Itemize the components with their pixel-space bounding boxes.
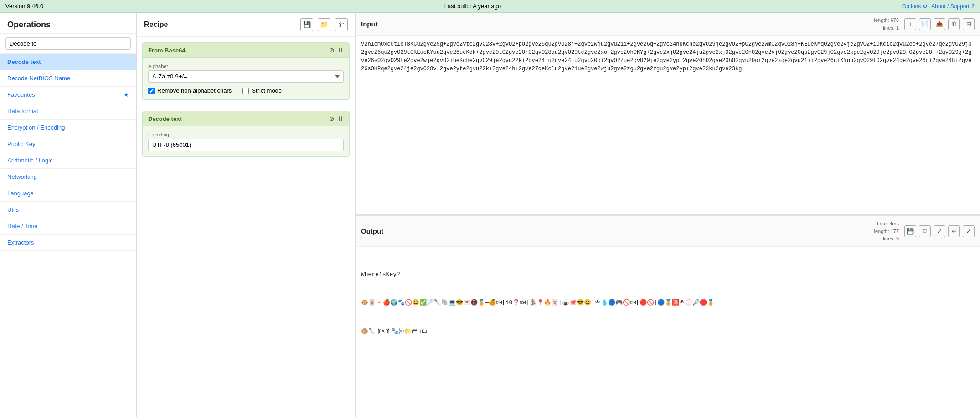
sidebar: Operations Decode text Decode NetBIOS Na… (0, 13, 137, 417)
sidebar-item-label: Decode NetBIOS Name (7, 75, 70, 82)
output-fullscreen-button[interactable]: ⤢ (963, 225, 975, 237)
sidebar-item-date-time[interactable]: Date / Time (0, 218, 136, 235)
remove-nonalpha-label: Remove non-alphabet chars (157, 87, 232, 94)
input-meta: length: 676 lines: 1 (874, 16, 899, 31)
input-length-label: length: (874, 17, 889, 23)
decode-text-title: Decode text (148, 115, 182, 122)
encoding-label: Encoding (148, 132, 344, 137)
lastbuild-label: Last build: A year ago (444, 3, 501, 10)
search-input[interactable] (5, 37, 131, 50)
output-line3: 🐵🔪🗡×🗡🐾🏻📁🗃☐🗂 (361, 327, 975, 337)
disable-from-base64-button[interactable]: ⊘ (329, 47, 335, 54)
output-title: Output (361, 227, 383, 235)
recipe-icons: 💾 📁 🗑 (300, 18, 348, 31)
sidebar-item-arithmetic-logic[interactable]: Arithmetic / Logic (0, 152, 136, 169)
sidebar-item-extractors[interactable]: Extractors (0, 235, 136, 251)
output-meta: time: 4ms length: 177 lines: 3 (874, 220, 899, 243)
sidebar-item-favourites[interactable]: Favourites ★ (0, 87, 136, 103)
io-panel: Input length: 676 lines: 1 + 📄 📥 🗑 ⊞ V (356, 13, 980, 417)
output-lines-value: 3 (896, 236, 899, 241)
sidebar-item-public-key[interactable]: Public Key (0, 136, 136, 152)
sidebar-item-language[interactable]: Language (0, 185, 136, 202)
pause-decode-text-button[interactable]: ⏸ (337, 115, 344, 122)
decode-text-controls: ⊘ ⏸ (329, 115, 344, 122)
output-time-label: time: (877, 221, 888, 226)
input-header: Input length: 676 lines: 1 + 📄 📥 🗑 ⊞ (356, 13, 980, 36)
recipe-header: Recipe 💾 📁 🗑 (137, 13, 355, 37)
sidebar-item-label: Data format (7, 108, 38, 115)
output-copy-button[interactable]: ⧉ (919, 225, 931, 237)
pause-from-base64-button[interactable]: ⏸ (337, 47, 344, 54)
output-undo-button[interactable]: ↩ (948, 225, 960, 237)
load-recipe-button[interactable]: 📁 (318, 18, 330, 31)
output-length-value: 177 (891, 229, 899, 234)
sidebar-item-label: Arithmetic / Logic (7, 157, 53, 164)
delete-recipe-button[interactable]: 🗑 (335, 18, 348, 31)
input-section: Input length: 676 lines: 1 + 📄 📥 🗑 ⊞ V (356, 13, 980, 214)
alphabet-select[interactable]: A-Za-z0-9+/= (148, 70, 344, 83)
input-trash-button[interactable]: 🗑 (948, 18, 960, 30)
output-save-button[interactable]: 💾 (904, 225, 916, 237)
version-label: Version 9.46.0 (5, 3, 43, 10)
about-label: About / Support (931, 3, 969, 10)
strict-mode-label: Strict mode (252, 87, 282, 94)
from-base64-body: Alphabet A-Za-z0-9+/= Remove non-alphabe… (143, 58, 349, 99)
strict-mode-checkbox[interactable] (242, 88, 249, 94)
encoding-input[interactable] (148, 139, 344, 151)
sidebar-item-label: Utils (7, 206, 19, 213)
input-newfile-button[interactable]: 📄 (919, 18, 931, 30)
input-length-value: 676 (891, 17, 899, 23)
sidebar-item-decode-text[interactable]: Decode text (0, 54, 136, 70)
sidebar-item-label: Language (7, 190, 34, 197)
sidebar-item-label: Decode text (7, 58, 41, 65)
remove-nonalpha-checkbox-item[interactable]: Remove non-alphabet chars (148, 87, 232, 94)
sidebar-item-decode-netbios[interactable]: Decode NetBIOS Name (0, 70, 136, 87)
input-content[interactable]: V2hlcmUxc0tleT8KCu2gve25g+2gve2yte2gvO28… (356, 36, 980, 214)
input-lines-value: 1 (896, 25, 899, 31)
recipe-panel: Recipe 💾 📁 🗑 From Base64 ⊘ ⏸ Alphabet A-… (137, 13, 356, 417)
output-lines-label: lines: (883, 236, 895, 241)
recipe-title: Recipe (144, 21, 168, 29)
input-add-button[interactable]: + (904, 18, 916, 30)
sidebar-item-utils[interactable]: Utils (0, 202, 136, 218)
topbar: Version 9.46.0 Last build: A year ago Op… (0, 0, 980, 13)
sidebar-title: Operations (0, 13, 136, 34)
sidebar-item-label: Networking (7, 173, 37, 180)
remove-nonalpha-checkbox[interactable] (148, 88, 155, 94)
from-base64-header: From Base64 ⊘ ⏸ (143, 43, 349, 58)
output-length-label: length: (874, 229, 889, 234)
sidebar-item-encryption-encoding[interactable]: Encryption / Encoding (0, 120, 136, 136)
sidebar-item-label: Public Key (7, 141, 35, 147)
sidebar-item-label: Favourites (7, 91, 35, 98)
about-link[interactable]: About / Support (931, 3, 975, 10)
from-base64-controls: ⊘ ⏸ (329, 47, 344, 54)
from-base64-title: From Base64 (148, 47, 186, 54)
options-about-group: Options About / Support (902, 3, 975, 10)
input-lines-label: lines: (883, 25, 895, 31)
sidebar-item-data-format[interactable]: Data format (0, 103, 136, 120)
gear-icon (923, 3, 928, 10)
from-base64-card: From Base64 ⊘ ⏸ Alphabet A-Za-z0-9+/= Re… (142, 42, 350, 100)
options-link[interactable]: Options (902, 3, 928, 10)
decode-text-header: Decode text ⊘ ⏸ (143, 111, 349, 126)
strict-mode-checkbox-item[interactable]: Strict mode (242, 87, 282, 94)
input-grid-button[interactable]: ⊞ (963, 18, 975, 30)
sidebar-item-label: Date / Time (7, 223, 37, 229)
output-line1: Where1sKey? (361, 270, 975, 280)
input-import-button[interactable]: 📥 (934, 18, 945, 30)
sidebar-item-label: Encryption / Encoding (7, 124, 65, 131)
disable-decode-text-button[interactable]: ⊘ (329, 115, 335, 122)
sidebar-item-networking[interactable]: Networking (0, 169, 136, 185)
options-label: Options (902, 3, 921, 10)
output-actions: 💾 ⧉ ⤢ ↩ ⤢ (904, 225, 975, 237)
output-content: Where1sKey? 🐵🀄🔸🍎🌍🐾🚫😃✅🏸🔪🐘💻😎💌📵🏅—🍊🍽❙i0❓🍽❘🏂📍… (356, 247, 980, 417)
save-recipe-button[interactable]: 💾 (300, 18, 313, 31)
output-line2: 🐵🀄🔸🍎🌍🐾🚫😃✅🏸🔪🐘💻😎💌📵🏅—🍊🍽❙i0❓🍽❘🏂📍🔥🃏❘🍙🐙😎😃❘👁💧🔵🎮… (361, 298, 975, 308)
search-box (0, 34, 136, 54)
output-expand-button[interactable]: ⤢ (934, 225, 945, 237)
input-actions: + 📄 📥 🗑 ⊞ (904, 18, 975, 30)
alphabet-label: Alphabet (148, 63, 344, 69)
input-title: Input (361, 20, 378, 28)
decode-text-card: Decode text ⊘ ⏸ Encoding (142, 111, 350, 157)
output-time-value: 4ms (889, 221, 899, 226)
